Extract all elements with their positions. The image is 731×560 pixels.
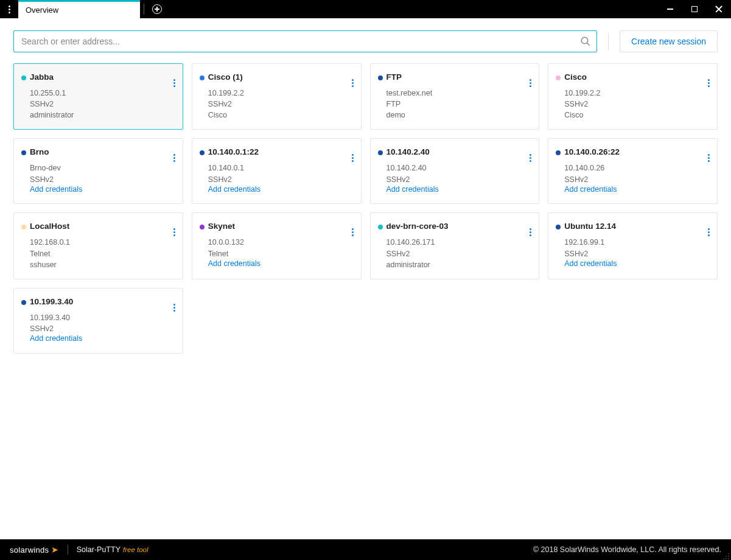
add-credentials-link[interactable]: Add credentials — [564, 185, 707, 194]
vertical-dots-icon — [352, 79, 354, 87]
status-dot — [556, 150, 561, 155]
session-detail-line: sshuser — [30, 259, 173, 270]
search-input[interactable] — [13, 30, 597, 52]
plus-circle-icon — [152, 4, 162, 14]
session-detail-line: Telnet — [208, 248, 351, 259]
add-credentials-link[interactable]: Add credentials — [30, 185, 173, 194]
session-name: 10.199.3.40 — [30, 297, 173, 306]
add-credentials-link[interactable]: Add credentials — [208, 259, 351, 268]
footer: solarwinds ➤ Solar-PuTTY free tool © 201… — [0, 539, 731, 560]
session-card[interactable]: LocalHost192.168.0.1Telnetsshuser — [13, 212, 183, 279]
session-detail-line: SSHv2 — [208, 99, 351, 110]
session-detail-line: administrator — [30, 110, 173, 121]
session-name: 10.140.0.1:22 — [208, 147, 351, 156]
card-more-button[interactable] — [528, 146, 533, 163]
session-card[interactable]: Cisco (1)10.199.2.2SSHv2Cisco — [192, 63, 362, 130]
session-detail-line: 10.199.3.40 — [30, 312, 173, 323]
card-more-button[interactable] — [528, 220, 533, 237]
svg-point-5 — [728, 558, 729, 559]
tab-label: Overview — [26, 5, 58, 15]
brand-logo: solarwinds ➤ — [10, 545, 59, 555]
session-detail-line: 10.140.0.26 — [564, 163, 707, 173]
status-dot — [378, 150, 383, 155]
session-detail-line: 10.140.2.40 — [386, 163, 530, 173]
session-detail-line: Brno-dev — [30, 163, 173, 173]
session-card[interactable]: Skynet10.0.0.132TelnetAdd credentials — [192, 212, 362, 279]
svg-point-3 — [728, 556, 729, 557]
session-detail-line: 10.199.2.2 — [564, 88, 707, 99]
session-card[interactable]: Jabba10.255.0.1SSHv2administrator — [13, 63, 183, 130]
add-credentials-link[interactable]: Add credentials — [208, 185, 351, 194]
session-detail-line: SSHv2 — [30, 174, 173, 185]
session-card[interactable]: Ubuntu 12.14192.16.99.1SSHv2Add credenti… — [548, 212, 718, 279]
card-more-button[interactable] — [351, 146, 355, 163]
vertical-dots-icon — [530, 228, 531, 236]
close-button[interactable] — [707, 0, 731, 18]
session-detail-line: SSHv2 — [30, 323, 173, 334]
vertical-dots-icon — [530, 79, 531, 87]
status-dot — [378, 225, 383, 229]
status-dot — [200, 225, 205, 229]
card-more-button[interactable] — [707, 71, 711, 88]
vertical-dots-icon — [173, 154, 175, 162]
add-tab-button[interactable] — [148, 0, 166, 18]
status-dot — [21, 300, 26, 305]
add-credentials-link[interactable]: Add credentials — [564, 259, 707, 268]
status-dot — [21, 150, 26, 155]
svg-point-4 — [726, 556, 727, 557]
session-name: 10.140.0.26:22 — [564, 147, 707, 156]
session-detail-line: SSHv2 — [564, 99, 707, 110]
session-detail-line: 10.199.2.2 — [208, 88, 351, 99]
tab-divider — [144, 4, 144, 15]
card-more-button[interactable] — [707, 220, 711, 237]
card-more-button[interactable] — [528, 71, 533, 88]
session-name: Cisco — [564, 72, 707, 82]
status-dot — [556, 75, 561, 80]
session-card[interactable]: 10.140.2.4010.140.2.40SSHv2Add credentia… — [370, 138, 540, 204]
resize-grip[interactable] — [722, 551, 730, 559]
add-credentials-link[interactable]: Add credentials — [30, 334, 173, 343]
session-card[interactable]: 10.199.3.4010.199.3.40SSHv2Add credentia… — [13, 288, 183, 354]
session-card[interactable]: dev-brn-core-0310.140.26.171SSHv2adminis… — [370, 212, 540, 279]
card-more-button[interactable] — [707, 146, 711, 163]
card-more-button[interactable] — [172, 146, 177, 163]
card-more-button[interactable] — [172, 296, 177, 313]
session-card[interactable]: Cisco10.199.2.2SSHv2Cisco — [548, 63, 718, 130]
session-detail-line: Telnet — [30, 248, 173, 259]
session-name: 10.140.2.40 — [386, 147, 530, 156]
toolbar-divider — [608, 33, 609, 50]
add-credentials-link[interactable]: Add credentials — [386, 185, 530, 194]
card-more-button[interactable] — [351, 220, 355, 237]
session-detail-line: SSHv2 — [208, 174, 351, 185]
session-name: Brno — [30, 147, 173, 156]
session-card[interactable]: 10.140.0.26:2210.140.0.26SSHv2Add creden… — [548, 138, 718, 204]
session-detail-line: SSHv2 — [386, 174, 530, 185]
session-detail-line: 192.16.99.1 — [564, 237, 707, 248]
session-card[interactable]: 10.140.0.1:2210.140.0.1SSHv2Add credenti… — [192, 138, 362, 204]
session-name: FTP — [386, 72, 530, 82]
vertical-dots-icon — [173, 304, 175, 312]
maximize-button[interactable] — [682, 0, 707, 18]
vertical-dots-icon — [352, 228, 354, 236]
session-detail-line: test.rebex.net — [386, 88, 530, 99]
card-more-button[interactable] — [172, 71, 177, 88]
minimize-button[interactable] — [658, 0, 682, 18]
svg-point-0 — [581, 37, 588, 44]
status-dot — [21, 75, 26, 80]
session-detail-line: 10.255.0.1 — [30, 88, 173, 99]
card-more-button[interactable] — [172, 220, 177, 237]
vertical-dots-icon — [530, 154, 531, 162]
create-new-session-button[interactable]: Create new session — [620, 30, 718, 52]
card-more-button[interactable] — [351, 71, 355, 88]
maximize-icon — [691, 6, 698, 12]
status-dot — [21, 225, 26, 229]
session-card[interactable]: BrnoBrno-devSSHv2Add credentials — [13, 138, 183, 204]
app-menu-button[interactable] — [0, 0, 18, 18]
session-detail-line: 192.168.0.1 — [30, 237, 173, 248]
session-detail-line: demo — [386, 110, 530, 121]
session-detail-line: SSHv2 — [386, 248, 530, 259]
session-card[interactable]: FTPtest.rebex.netFTPdemo — [370, 63, 540, 130]
session-detail-line: 10.0.0.132 — [208, 237, 351, 248]
tab-overview[interactable]: Overview — [18, 0, 140, 18]
titlebar: Overview — [0, 0, 731, 18]
